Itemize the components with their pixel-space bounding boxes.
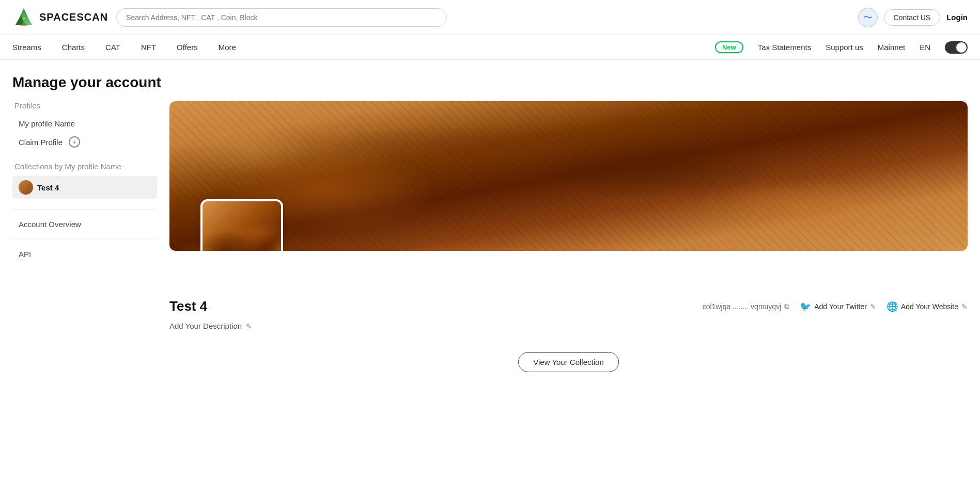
website-edit-icon[interactable]: ✎ xyxy=(961,302,968,311)
sidebar-divider-2 xyxy=(12,239,157,239)
content-area: Profiles My profile Name Claim Profile +… xyxy=(0,101,980,393)
page-title: Manage your account xyxy=(0,60,980,101)
add-website-label: Add Your Website xyxy=(901,302,958,311)
add-twitter-label: Add Your Twitter xyxy=(814,302,867,311)
sidebar-item-claim-profile[interactable]: Claim Profile + xyxy=(12,132,157,152)
nav-right: New Tax Statements Support us Mainnet EN xyxy=(715,41,968,54)
nav-item-more[interactable]: More xyxy=(219,43,236,52)
nav-item-mainnet[interactable]: Mainnet xyxy=(878,43,905,52)
profile-thumbnail[interactable] xyxy=(200,199,283,251)
profile-thumbnail-inner xyxy=(203,201,281,251)
collection-label: Test 4 xyxy=(37,183,59,192)
collections-group: Collections by My profile Name Test 4 xyxy=(12,162,157,199)
wave-icon: 〜 xyxy=(863,11,873,24)
sidebar-divider xyxy=(12,209,157,210)
copy-icon[interactable]: ⧉ xyxy=(784,302,789,311)
nav-item-cat[interactable]: CAT xyxy=(105,43,120,52)
twitter-icon: 🐦 xyxy=(800,301,811,312)
collection-name: Test 4 xyxy=(169,298,207,314)
profile-section: Test 4 col1wjqa ........ vqmuyqvj ⧉ 🐦 Ad… xyxy=(169,251,968,372)
profiles-group: Profiles My profile Name Claim Profile + xyxy=(12,101,157,152)
collections-title: Collections by My profile Name xyxy=(12,162,157,171)
plus-circle-icon: + xyxy=(69,136,80,148)
sidebar: Profiles My profile Name Claim Profile +… xyxy=(12,101,157,380)
nav-item-nft[interactable]: NFT xyxy=(141,43,156,52)
description-edit-icon[interactable]: ✎ xyxy=(246,322,252,330)
logo-area: SPACESCAN xyxy=(12,6,108,29)
new-badge[interactable]: New xyxy=(715,41,743,53)
twitter-link[interactable]: 🐦 Add Your Twitter ✎ xyxy=(800,301,876,312)
toggle-knob xyxy=(956,42,967,53)
profiles-title: Profiles xyxy=(12,101,157,110)
nav-item-support[interactable]: Support us xyxy=(826,43,863,52)
globe-icon: 🌐 xyxy=(886,301,898,312)
collection-meta: col1wjqa ........ vqmuyqvj ⧉ 🐦 Add Your … xyxy=(703,301,968,312)
dune-overlay xyxy=(169,101,968,251)
header-right: 〜 Contact US Login xyxy=(858,8,968,27)
cover-image xyxy=(169,101,968,251)
nav-item-offers[interactable]: Offers xyxy=(177,43,198,52)
address-area: col1wjqa ........ vqmuyqvj ⧉ xyxy=(703,302,790,311)
address-text: col1wjqa ........ vqmuyqvj xyxy=(703,302,782,311)
view-collection-button[interactable]: View Your Collection xyxy=(518,352,618,372)
nav-item-streams[interactable]: Streams xyxy=(12,43,41,52)
wave-button[interactable]: 〜 xyxy=(858,8,878,27)
main-content: Test 4 col1wjqa ........ vqmuyqvj ⧉ 🐦 Ad… xyxy=(169,101,968,380)
nav-item-charts[interactable]: Charts xyxy=(62,43,85,52)
search-input[interactable] xyxy=(116,8,447,27)
svg-point-4 xyxy=(20,23,28,26)
sidebar-item-test4[interactable]: Test 4 xyxy=(12,176,157,199)
logo-text: SPACESCAN xyxy=(39,11,108,23)
add-description-label: Add Your Description xyxy=(169,322,242,330)
sidebar-item-api[interactable]: API xyxy=(12,246,157,263)
theme-toggle[interactable] xyxy=(945,41,968,54)
header: SPACESCAN 〜 Contact US Login xyxy=(0,0,980,35)
website-link[interactable]: 🌐 Add Your Website ✎ xyxy=(886,301,968,312)
description-row: Add Your Description ✎ xyxy=(169,318,968,333)
nav: Streams Charts CAT NFT Offers More New T… xyxy=(0,35,980,60)
collection-info: Test 4 col1wjqa ........ vqmuyqvj ⧉ 🐦 Ad… xyxy=(169,292,968,318)
twitter-edit-icon[interactable]: ✎ xyxy=(870,302,876,311)
claim-profile-label: Claim Profile xyxy=(19,138,63,147)
nav-item-en[interactable]: EN xyxy=(920,43,930,52)
sidebar-item-account-overview[interactable]: Account Overview xyxy=(12,216,157,233)
login-button[interactable]: Login xyxy=(946,13,968,22)
collection-avatar xyxy=(19,180,33,195)
btn-center: View Your Collection xyxy=(169,342,968,372)
search-bar xyxy=(116,8,447,27)
nav-item-tax[interactable]: Tax Statements xyxy=(758,43,811,52)
my-profile-label: My profile Name xyxy=(19,119,75,128)
sidebar-item-my-profile[interactable]: My profile Name xyxy=(12,115,157,132)
logo-icon xyxy=(12,6,35,29)
contact-button[interactable]: Contact US xyxy=(884,9,941,26)
